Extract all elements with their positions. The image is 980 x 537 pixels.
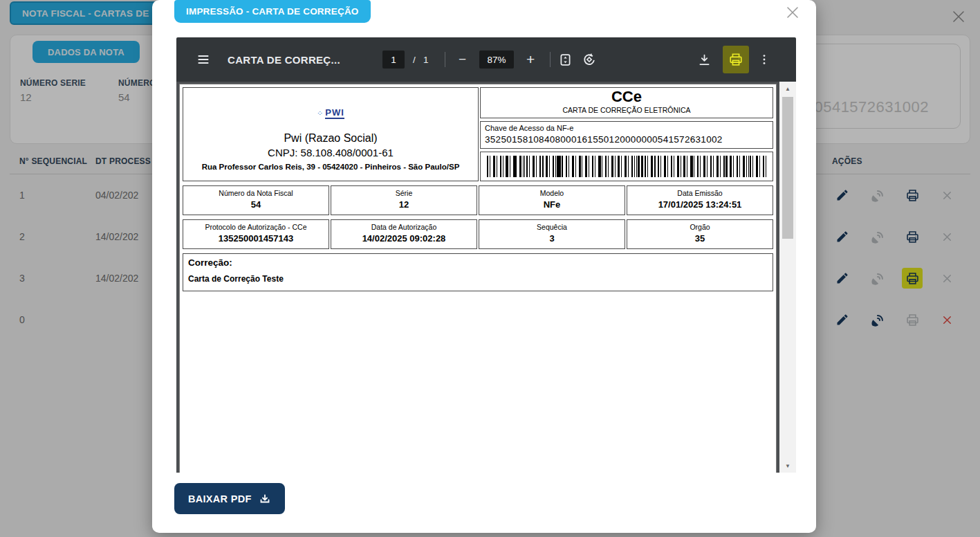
field-label: Orgão — [629, 223, 771, 231]
toolbar-divider — [550, 52, 551, 67]
pdf-download-button[interactable] — [697, 37, 712, 82]
scroll-down-arrow[interactable]: ▼ — [779, 460, 796, 471]
zoom-out-button[interactable]: − — [459, 37, 466, 82]
correcao-text: Carta de Correção Teste — [188, 274, 768, 284]
cce-title: CCe — [481, 89, 773, 105]
pdf-viewer: CARTA DE CORREÇ... 1 / 1 − 87% + — [176, 37, 796, 473]
barcode-block — [480, 152, 773, 181]
pdf-content-area: ⁘PWI Pwi (Razao Social) CNPJ: 58.108.408… — [176, 82, 796, 473]
impressao-modal: IMPRESSÃO - CARTA DE CORREÇÃO CARTA DE C… — [152, 0, 816, 533]
field-data-autorizacao: Data de Autorização 14/02/2025 09:02:28 — [331, 219, 477, 249]
field-modelo: Modelo NFe — [479, 185, 625, 215]
pwi-logo: ⁘PWI — [183, 106, 478, 118]
chave-value: 3525015810840800016155012000000054157263… — [485, 134, 768, 145]
fit-to-page-button[interactable] — [558, 37, 573, 82]
modal-close-button[interactable] — [784, 4, 801, 21]
field-orgao: Orgão 35 — [627, 219, 773, 249]
pdf-doc-title: CARTA DE CORREÇ... — [228, 37, 340, 82]
toolbar-divider — [445, 52, 445, 67]
baixar-pdf-button[interactable]: BAIXAR PDF — [174, 483, 285, 514]
cce-title-block: CCe CARTA DE CORREÇÃO ELETRÔNICA — [480, 87, 773, 118]
field-value: NFe — [481, 199, 623, 210]
menu-icon — [196, 52, 211, 67]
baixar-pdf-label: BAIXAR PDF — [188, 493, 252, 504]
page-separator: / — [413, 37, 416, 82]
download-icon — [697, 53, 712, 67]
chave-acesso-block: Chave de Acesso da NF-e 3525015810840800… — [480, 121, 773, 149]
barcode-image — [487, 156, 766, 177]
field-label: Número da Nota Fiscal — [185, 189, 327, 197]
modal-title-badge: IMPRESSÃO - CARTA DE CORREÇÃO — [174, 0, 371, 23]
close-icon — [784, 4, 801, 21]
scrollbar-thumb[interactable] — [782, 97, 793, 239]
field-label: Sequêcia — [481, 223, 623, 231]
field-value: 17/01/2025 13:24:51 — [629, 199, 771, 210]
field-value: 3 — [481, 233, 623, 244]
pdf-more-options-button[interactable] — [757, 37, 771, 82]
field-value: 35 — [629, 233, 771, 244]
pdf-toolbar: CARTA DE CORREÇ... 1 / 1 − 87% + — [176, 37, 796, 82]
modal-title: IMPRESSÃO - CARTA DE CORREÇÃO — [186, 6, 359, 17]
field-label: Protocolo de Autorização - CCe — [185, 223, 327, 231]
field-label: Modelo — [481, 189, 623, 197]
download-icon — [259, 493, 271, 504]
printer-icon — [728, 52, 743, 67]
pdf-scrollbar[interactable]: ▲ ▼ — [779, 82, 796, 473]
zoom-in-button[interactable]: + — [526, 37, 535, 82]
company-name: Pwi (Razao Social) — [183, 132, 478, 145]
rotate-icon — [582, 52, 597, 67]
zoom-level-value[interactable]: 87% — [479, 51, 514, 69]
pdf-menu-button[interactable] — [196, 37, 211, 82]
fit-page-icon — [558, 53, 573, 67]
field-value: 12 — [333, 199, 475, 210]
company-cnpj: CNPJ: 58.108.408/0001-61 — [183, 147, 478, 158]
correcao-label: Correção: — [188, 257, 768, 268]
issuer-block: ⁘PWI Pwi (Razao Social) CNPJ: 58.108.408… — [183, 87, 479, 181]
field-data-emissao: Data Emissão 17/01/2025 13:24:51 — [627, 185, 773, 215]
page-number-input[interactable]: 1 — [382, 51, 405, 69]
chave-label: Chave de Acesso da NF-e — [485, 124, 768, 132]
field-serie: Série 12 — [331, 185, 477, 215]
scroll-up-arrow[interactable]: ▲ — [779, 83, 796, 94]
kebab-menu-icon — [757, 53, 771, 66]
company-address: Rua Professor Carlos Reis, 39 - 05424020… — [183, 163, 478, 171]
correcao-block: Correção: Carta de Correção Teste — [183, 253, 773, 291]
field-value: 14/02/2025 09:02:28 — [333, 233, 475, 244]
field-label: Data de Autorização — [333, 223, 475, 231]
pwi-logo-text: PWI — [325, 107, 344, 119]
field-sequencia: Sequêcia 3 — [479, 219, 625, 249]
field-label: Data Emissão — [629, 189, 771, 197]
cce-subtitle: CARTA DE CORREÇÃO ELETRÔNICA — [481, 106, 773, 114]
pdf-print-button-highlighted[interactable] — [723, 46, 749, 73]
page-total: 1 — [423, 37, 429, 82]
rotate-button[interactable] — [582, 37, 597, 82]
field-value: 135250001457143 — [185, 233, 327, 244]
field-protocolo: Protocolo de Autorização - CCe 135250001… — [183, 219, 329, 249]
pwi-logo-mark-icon: ⁘ — [317, 109, 323, 117]
field-numero-nota: Número da Nota Fiscal 54 — [183, 185, 329, 215]
field-value: 54 — [185, 199, 327, 210]
pdf-page: ⁘PWI Pwi (Razao Social) CNPJ: 58.108.408… — [180, 84, 776, 473]
field-label: Série — [333, 189, 475, 197]
